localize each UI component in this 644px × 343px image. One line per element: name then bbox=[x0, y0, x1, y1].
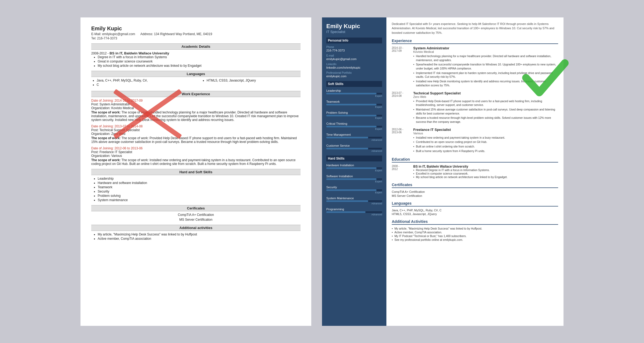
right-add-act-3: See my professional portfolio online at … bbox=[392, 238, 558, 241]
add-act-2: Active member, CompTIA association bbox=[98, 237, 301, 241]
right-cert-1: MS Server Certification bbox=[392, 194, 558, 197]
academic-year: 2008-2012 - bbox=[91, 51, 109, 55]
skill-1: Leadership bbox=[98, 177, 301, 180]
work-org-1: Organization: Kovisto Medical bbox=[91, 106, 301, 110]
left-tel: Tel: 216-774-3373 bbox=[91, 36, 301, 40]
academic-section-title: Academic Details bbox=[91, 43, 301, 50]
languages-content: Java, C++, PHP, MySQL, Ruby, C#, C HTML5… bbox=[91, 79, 301, 88]
work-post-1: Post: System Administrator bbox=[91, 102, 301, 106]
experience-entries: 2014-10 -2017-09 System Administrator Ko… bbox=[392, 46, 558, 153]
skills-list: Leadership Hardware and software install… bbox=[98, 177, 301, 202]
hard-skills-list: Hardware Installation Expert Software In… bbox=[326, 164, 382, 216]
left-header: Emily Kupic E-Mail: emilykupic@gmail.com… bbox=[91, 25, 301, 40]
hard-skill-4: Programming Advanced bbox=[326, 208, 382, 216]
right-resume: Emily Kupic IT Specialist Personal Info … bbox=[322, 17, 564, 326]
lang-item-3: HTML5, CSS3, Javascript, JQuery bbox=[207, 79, 301, 82]
certs-section-title: Cerificates bbox=[91, 205, 301, 211]
lang-item-2: C bbox=[97, 83, 191, 87]
soft-skill-0: Leadership Expert bbox=[326, 89, 382, 97]
work-scope-2: The scope of work: The scope of work: Pr… bbox=[91, 136, 301, 144]
soft-skill-4: Time Management Advanced bbox=[326, 133, 382, 141]
additional-content: My article, "Maximizing Help Desk Succes… bbox=[91, 233, 301, 241]
work-org-3: Organization: Various bbox=[91, 154, 301, 158]
soft-skill-3: Critical Thinking Expert bbox=[326, 122, 382, 130]
email-value: emilykupic@gmail.com bbox=[102, 32, 135, 36]
work-date-3: Date of Joining: 2012-06 to 2013-06 bbox=[91, 146, 301, 150]
right-main-content: Dedicated IT Specialist with 5+ years ex… bbox=[386, 17, 564, 326]
work-entry-3: Date of Joining: 2012-06 to 2013-06 Post… bbox=[91, 146, 301, 166]
experience-title: Experience bbox=[392, 39, 558, 44]
cert-2: MS Server Certification bbox=[91, 218, 301, 222]
edu-entry-0: 2008 -2012 BS in IT, Baldwin Wallace Uni… bbox=[392, 165, 558, 179]
right-languages: Java, C++, PHP, MySQL, Ruby, C#, CHTML5,… bbox=[392, 209, 558, 216]
academic-degree: BS in IT, Baldwin Wallace University bbox=[109, 51, 169, 55]
linkedin-label: LinkedIn bbox=[326, 63, 382, 66]
skill-2: Hardware and software installation bbox=[98, 181, 301, 185]
cert-1: CompTIA A+ Certification bbox=[91, 213, 301, 217]
lang-col-2: HTML5, CSS3, Javascript, JQuery bbox=[201, 79, 301, 88]
right-title: IT Specialist bbox=[326, 30, 382, 34]
right-additional: My article, "Maximizing Help Desk Succes… bbox=[392, 227, 558, 241]
academic-bullets: Degree in IT with a focus in Information… bbox=[98, 55, 301, 68]
soft-skill-1: Teamwork Expert bbox=[326, 100, 382, 108]
right-add-act-2: My IT Podcast "Technical or Bust," has 1… bbox=[392, 234, 558, 238]
lang-item-1: Java, C++, PHP, MySQL, Ruby, C#, bbox=[97, 79, 191, 82]
academic-content: 2008-2012 - BS in IT, Baldwin Wallace Un… bbox=[91, 51, 301, 68]
portfolio-value: emilykupic.com bbox=[326, 75, 382, 78]
soft-skills-title: Soft Skills bbox=[326, 81, 382, 87]
work-org-2: Organization: Zero Web bbox=[91, 132, 301, 136]
education-entries: 2008 -2012 BS in IT, Baldwin Wallace Uni… bbox=[392, 165, 558, 179]
work-scope-1: The scope of work: The scope of work: Ha… bbox=[91, 110, 301, 122]
hard-skill-2: Security Expert bbox=[326, 186, 382, 194]
left-resume: Emily Kupic E-Mail: emilykupic@gmail.com… bbox=[80, 17, 311, 326]
right-summary: Dedicated IT Specialist with 5+ years ex… bbox=[392, 22, 558, 35]
academic-bullet-2: Great in computer science coursework bbox=[98, 60, 301, 63]
right-cert-0: CompTIA A+ Certification bbox=[392, 190, 558, 193]
tel-label: Tel: bbox=[91, 36, 96, 40]
address-label: Address: bbox=[140, 32, 153, 36]
work-scope-3: The scope of work: The scope of work: In… bbox=[91, 158, 301, 166]
work-date-2: Date of Joining: 2013-07 to 2014-08 bbox=[91, 124, 301, 128]
soft-skill-2: Problem Solving Expert bbox=[326, 111, 382, 119]
left-name: Emily Kupic bbox=[91, 25, 301, 32]
exp-entry-1: 2013-07 -2014-08 Technical Support Speci… bbox=[392, 91, 558, 124]
hard-skill-0: Hardware Installation Expert bbox=[326, 164, 382, 172]
portfolio-label: Professional Portfolio bbox=[326, 71, 382, 74]
certs-title: Certificates bbox=[392, 183, 558, 188]
skills-section-title: Hard and Soft Skills bbox=[91, 169, 301, 175]
email-value: emilykupic@gmail.com bbox=[326, 57, 382, 61]
right-sidebar: Emily Kupic IT Specialist Personal Info … bbox=[322, 17, 386, 326]
exp-entry-0: 2014-10 -2017-09 System Administrator Ko… bbox=[392, 46, 558, 88]
personal-info-title: Personal Info bbox=[326, 38, 382, 43]
work-section-title: Work Experience bbox=[91, 91, 301, 97]
hard-skills-title: Hard Skills bbox=[326, 156, 382, 161]
skill-5: Problem solving bbox=[98, 194, 301, 198]
academic-bullet-1: Degree in IT with a focus in Information… bbox=[98, 55, 301, 59]
skill-4: Security bbox=[98, 190, 301, 193]
right-lang-1: HTML5, CSS3, Javascript, JQuery bbox=[392, 212, 558, 216]
languages-title: Languages bbox=[392, 201, 558, 206]
right-certs: CompTIA A+ CertificationMS Server Certif… bbox=[392, 190, 558, 197]
right-name: Emily Kupic bbox=[326, 23, 382, 30]
languages-section-title: Languages bbox=[91, 71, 301, 77]
hard-skill-1: Software Installation Expert bbox=[326, 175, 382, 183]
work-entry-2: Date of Joining: 2013-07 to 2014-08 Post… bbox=[91, 124, 301, 144]
work-date-1: Date of Joining: 2014-10 to 2017-09 bbox=[91, 99, 301, 102]
phone-value: 216-774-3373 bbox=[326, 49, 382, 52]
lang-col-1: Java, C++, PHP, MySQL, Ruby, C#, C bbox=[91, 79, 191, 88]
soft-skill-5: Customer Service Advanced bbox=[326, 144, 382, 152]
add-act-1: My article, "Maximizing Help Desk Succes… bbox=[98, 233, 301, 236]
email-label: E-mail bbox=[326, 54, 382, 57]
linkedin-value: linkedin.com/in/emilykupic bbox=[326, 66, 382, 69]
hard-skill-3: System Maintenance Advanced bbox=[326, 197, 382, 205]
soft-skills-list: Leadership Expert Teamwork Expert Proble… bbox=[326, 89, 382, 152]
right-add-act-1: Active member, CompTIA association. bbox=[392, 231, 558, 234]
left-contact: E-Mail: emilykupic@gmail.com Address: 13… bbox=[91, 32, 301, 36]
additional-title: Additional Activities bbox=[392, 219, 558, 225]
skill-3: Teamwork bbox=[98, 185, 301, 189]
address-value: 134 Rightward Way Portland, ME, 04019 bbox=[154, 32, 212, 36]
academic-bullet-3: My school blog article on network archit… bbox=[98, 64, 301, 68]
work-post-3: Post: Freelance IT Specialist bbox=[91, 150, 301, 154]
email-label: E-Mail: bbox=[91, 32, 101, 36]
additional-section-title: Additional activities bbox=[91, 225, 301, 231]
